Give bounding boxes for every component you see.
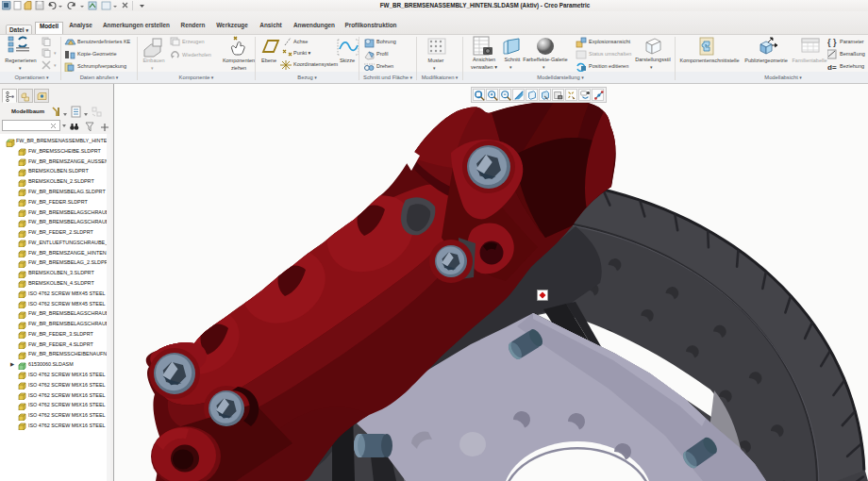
svg-text:{ }: { } <box>827 38 837 47</box>
svg-text:d=: d= <box>827 63 837 72</box>
